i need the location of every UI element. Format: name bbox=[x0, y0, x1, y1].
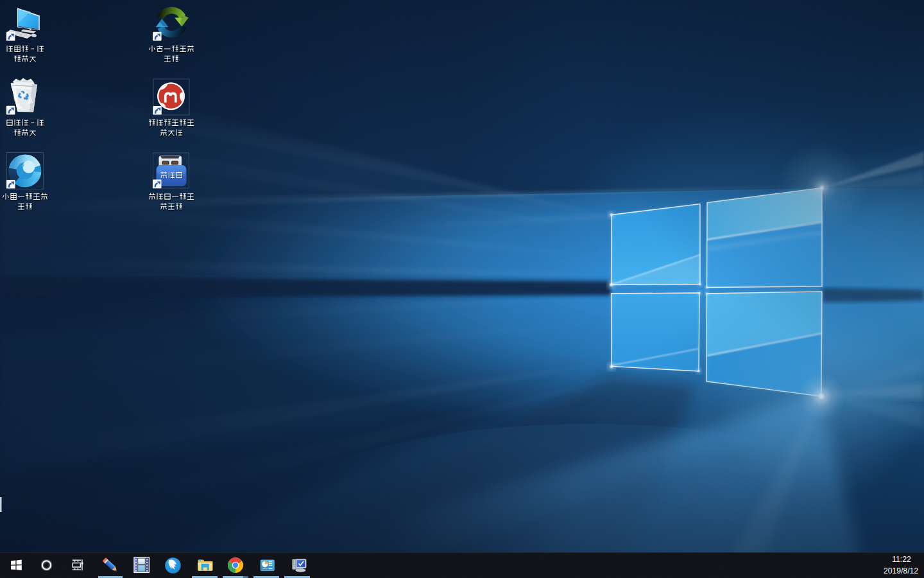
svg-text:11:22: 11:22 bbox=[892, 555, 911, 564]
svg-text:2019/8/12: 2019/8/12 bbox=[884, 566, 918, 575]
